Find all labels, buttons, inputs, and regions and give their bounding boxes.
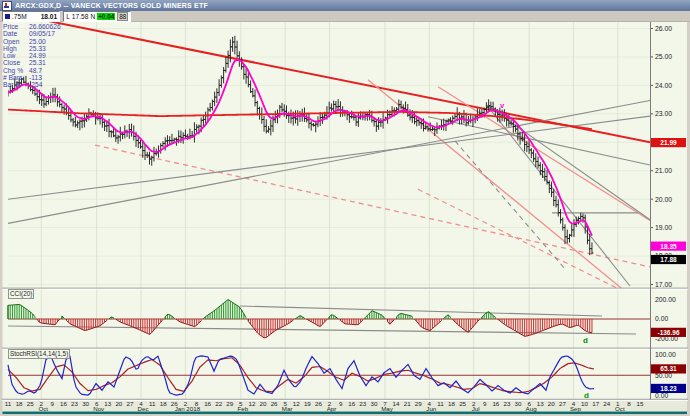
info-value: 24.99 (29, 52, 46, 59)
timeline-tick-label: 11 (5, 400, 12, 407)
price-badge-text: 17.88 (660, 256, 677, 263)
quote-low: 17.58 (72, 13, 89, 20)
info-label: Date (3, 30, 29, 37)
quote-last: 18.01 (41, 13, 58, 20)
info-label: Bar Ix (3, 81, 29, 88)
price-axis-label: 17.00 (655, 281, 672, 288)
timeline-month-label: Aug (526, 405, 538, 412)
timeline-tick-label: 30 (82, 400, 89, 407)
timeline-tick-label: 18 (16, 400, 23, 407)
timeline-tick-label: 16 (60, 400, 67, 407)
timeline-tick-label: 13 (537, 400, 544, 407)
price-badge-text: 21.99 (660, 139, 677, 146)
timeline-month-label: Oct (38, 405, 48, 412)
chart-window: v26.0025.0024.0023.0022.0021.0020.0019.0… (0, 0, 690, 416)
info-row: High25.33 (3, 45, 61, 52)
timeline-tick-label: 9 (339, 400, 343, 407)
info-value: 25.33 (29, 45, 46, 52)
timeline-tick-label: 23 (71, 400, 78, 407)
timeline-month-label: Jun (426, 405, 437, 412)
timeline-month-label: Nov (93, 405, 105, 412)
app-icon (2, 1, 12, 11)
quote-volume-field: .75M 18.01 (2, 11, 60, 22)
timeline-tick-label: 29 (226, 400, 233, 407)
info-row: Chg %48.7 (3, 67, 61, 74)
timeline-tick-label: 24 (603, 400, 610, 407)
timeline-tick-label: 21 (404, 400, 411, 407)
stoch-badge-text: 65.31 (660, 365, 677, 372)
timeline-month-label: Jul (472, 405, 480, 412)
timeline-month-label: May (381, 405, 394, 412)
price-axis-label: 23.00 (655, 110, 672, 117)
info-value: 25.31 (29, 59, 46, 66)
timeline-tick-label: 13 (104, 400, 111, 407)
info-row: Bar Ix-254 (3, 81, 61, 88)
timeline-tick-label: 19 (304, 400, 311, 407)
price-axis-label: 25.00 (655, 53, 672, 60)
quote-bar: .75M 18.01 L 17.58 N +0.04 88 (0, 11, 690, 22)
timeline-tick-label: 23 (504, 400, 511, 407)
cci-panel-label: CCI(20) (8, 289, 34, 299)
stoch-badge-text: 18.23 (660, 385, 677, 392)
quote-extra-badge: 88 (117, 12, 128, 21)
timeline-month-label: Apr (327, 405, 337, 412)
info-row: Open25.00 (3, 38, 61, 45)
timeline-tick-label: 9 (483, 400, 487, 407)
price-axis-label: 24.00 (655, 82, 672, 89)
info-value: 48.7 (29, 67, 42, 74)
timeline-tick-label: 17 (592, 400, 599, 407)
timeline-tick-label: 12 (248, 400, 255, 407)
quote-volume: .75M (12, 13, 27, 20)
info-value: 09/05/17 (29, 30, 55, 37)
info-row: Price26.660626 (3, 23, 61, 30)
timeline-month-label: Dec (138, 405, 149, 412)
price-axis-label: 21.00 (655, 167, 672, 174)
chart-background (0, 11, 690, 416)
timeline-tick-label: 15 (637, 400, 644, 407)
info-label: Low (3, 52, 29, 59)
stochrsi-panel-label: StochRSI(14,14(1,5) (8, 349, 70, 359)
timeline-tick-label: 29 (415, 400, 422, 407)
chart-canvas[interactable]: v26.0025.0024.0023.0022.0021.0020.0019.0… (0, 0, 690, 416)
info-value: 26.660626 (29, 23, 61, 30)
timeline-tick-label: 16 (492, 400, 499, 407)
timeline-tick-label: 16 (348, 400, 355, 407)
timeline-tick-label: 25 (27, 400, 34, 407)
info-row: Low24.99 (3, 52, 61, 59)
info-row: Date09/05/17 (3, 30, 61, 37)
price-axis-label: 20.00 (655, 196, 672, 203)
window-titlebar[interactable]: ARCX:GDX,D -- VANECK VECTORS GOLD MINERS… (0, 0, 690, 11)
timeline-month-label: Mar (282, 405, 293, 412)
timeline-tick-label: 11 (149, 400, 156, 407)
timeline-tick-label: 10 (581, 400, 588, 407)
timeline-tick-label: 20 (548, 400, 555, 407)
quote-low-label: L (66, 13, 70, 20)
info-row: Close25.31 (3, 59, 61, 66)
window-title: ARCX:GDX,D -- VANECK VECTORS GOLD MINERS… (15, 2, 208, 9)
cci-axis-label: 200.00 (655, 296, 676, 303)
info-label: # Bars (3, 74, 29, 81)
timeline-tick-label: 20 (115, 400, 122, 407)
timeline-tick-label: 11 (437, 400, 444, 407)
info-label: High (3, 45, 29, 52)
price-badge-text: 18.35 (660, 243, 677, 250)
timeline-tick-label: 16 (204, 400, 211, 407)
timeline-tick-label: 22 (215, 400, 222, 407)
signal-marker-d: d (583, 336, 588, 345)
price-axis-label: 19.00 (655, 224, 672, 231)
timeline-tick-label: 14 (393, 400, 400, 407)
info-value: 25.00 (29, 38, 46, 45)
info-label: Price (3, 23, 29, 30)
cci-badge-text: -136.96 (657, 329, 679, 336)
symbol-square-icon (5, 14, 10, 19)
quote-range-field: L 17.58 N +0.04 88 (63, 11, 131, 22)
timeline-tick-label: 26 (315, 400, 322, 407)
timeline-month-label: Oct (615, 405, 625, 412)
price-axis-label: 26.00 (655, 25, 672, 32)
info-label: Close (3, 59, 29, 66)
info-label: Open (3, 38, 29, 45)
timeline-tick-label: 20 (260, 400, 267, 407)
timeline-tick-label: 30 (515, 400, 522, 407)
info-value: -254 (29, 81, 42, 88)
info-value: -113 (29, 74, 42, 81)
